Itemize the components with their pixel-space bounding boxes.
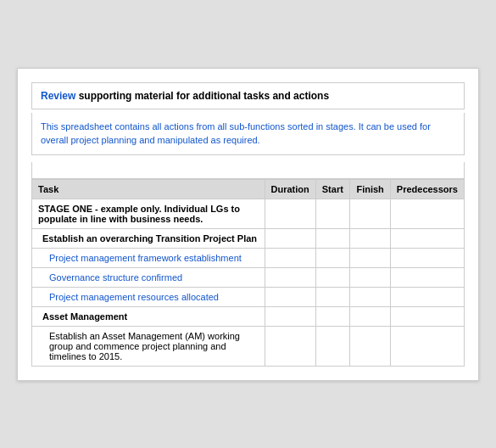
column-header-row: Task Duration Start Finish Predecessors	[32, 179, 465, 199]
spacer-row	[31, 162, 465, 179]
table-row: Governance structure confirmed	[32, 267, 465, 287]
stage-label: STAGE ONE - example only. Individual LGs…	[32, 199, 265, 228]
header-highlight: Review	[41, 90, 75, 102]
section-2-header-label: Asset Management	[32, 306, 265, 326]
stage-duration	[265, 199, 315, 228]
stage-finish	[350, 199, 390, 228]
header-title: Review supporting material for additiona…	[41, 90, 455, 102]
col-header-start: Start	[315, 179, 350, 199]
stage-row: STAGE ONE - example only. Individual LGs…	[32, 199, 465, 228]
info-text: This spreadsheet contains all actions fr…	[41, 120, 455, 148]
sub-item-1-label: Project management framework establishme…	[32, 248, 265, 267]
asset-sub-item-1-label: Establish an Asset Management (AM) worki…	[32, 326, 265, 366]
section-1-header-label: Establish an overarching Transition Proj…	[32, 228, 265, 248]
header-section: Review supporting material for additiona…	[31, 82, 465, 109]
col-header-finish: Finish	[350, 179, 390, 199]
sub-item-3-label: Project management resources allocated	[32, 287, 265, 306]
section-1-header-row: Establish an overarching Transition Proj…	[32, 228, 465, 248]
stage-start	[315, 199, 350, 228]
header-title-suffix: supporting material for additional tasks…	[75, 90, 329, 102]
stage-pred	[390, 199, 464, 228]
info-section: This spreadsheet contains all actions fr…	[31, 113, 465, 155]
col-header-task: Task	[32, 179, 265, 199]
table-row: Project management framework establishme…	[32, 248, 465, 267]
page-container: Review supporting material for additiona…	[17, 68, 479, 381]
table-row: Project management resources allocated	[32, 287, 465, 306]
table-row: Establish an Asset Management (AM) worki…	[32, 326, 465, 366]
main-table: Task Duration Start Finish Predecessors …	[31, 179, 465, 367]
section-2-header-row: Asset Management	[32, 306, 465, 326]
sub-item-2-label: Governance structure confirmed	[32, 267, 265, 287]
col-header-predecessors: Predecessors	[390, 179, 464, 199]
col-header-duration: Duration	[265, 179, 315, 199]
